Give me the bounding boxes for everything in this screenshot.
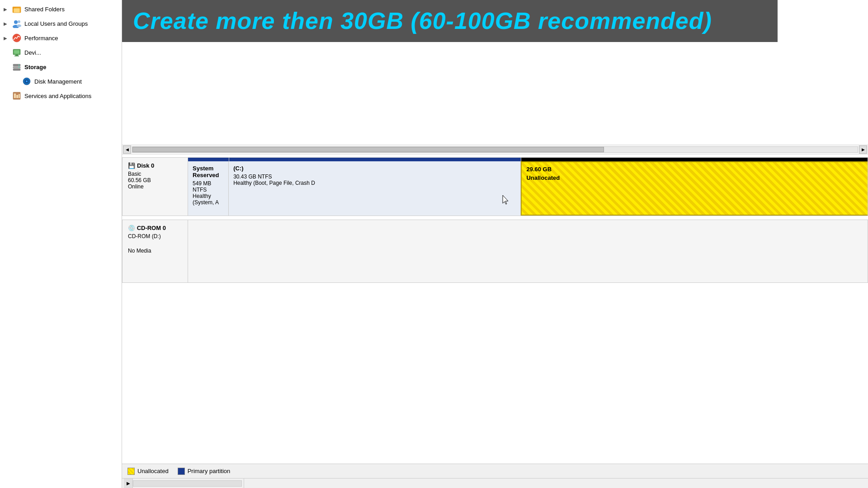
unallocated-partition[interactable]: 29.60 GB Unallocated	[521, 161, 868, 216]
sidebar-item-device-manager[interactable]: Devi...	[0, 45, 122, 60]
primary-partition-legend: Primary partition	[178, 468, 231, 475]
c-drive-fs: 30.43 GB NTFS	[233, 174, 516, 180]
disk0-bar-row	[188, 158, 868, 161]
cdrom0-icon: 💿	[128, 225, 135, 231]
storage-section-header[interactable]: Storage	[0, 60, 122, 74]
main-content: Create more then 30GB (60-100GB recommen…	[122, 0, 868, 488]
shared-folders-label: Shared Folders	[24, 6, 65, 13]
svg-rect-23	[19, 94, 20, 98]
disk0-icon: 💾	[128, 162, 135, 169]
sidebar: ▶ Shared Folders ▶ Local Users and Group…	[0, 0, 122, 488]
expand-arrow-performance: ▶	[4, 36, 11, 41]
system-reserved-status: Healthy (System, A	[193, 193, 224, 206]
svg-rect-22	[16, 95, 18, 98]
svg-point-6	[17, 24, 21, 27]
local-users-label: Local Users and Groups	[24, 20, 88, 27]
disk0-row: 💾 Disk 0 Basic 60.56 GB Online	[122, 157, 868, 216]
disk-management-label: Disk Management	[34, 78, 82, 85]
expand-arrow-users: ▶	[4, 21, 11, 26]
performance-label: Performance	[24, 35, 58, 42]
disk0-size: 60.56 GB	[128, 177, 182, 183]
system-reserved-name: System Reserved	[193, 165, 224, 178]
unallocated-label: Unallocated	[526, 174, 863, 181]
scroll-track[interactable]	[132, 146, 858, 153]
status-left: ▶	[122, 479, 244, 488]
sidebar-item-disk-management[interactable]: Disk Management	[0, 74, 122, 89]
overlay-banner: Create more then 30GB (60-100GB recommen…	[122, 0, 778, 42]
cdrom0-content	[188, 220, 868, 282]
horizontal-scrollbar[interactable]: ◀ ▶	[122, 145, 868, 155]
device-manager-label: Devi...	[24, 49, 41, 56]
disk0-name: 💾 Disk 0	[128, 162, 182, 169]
performance-icon	[12, 33, 22, 43]
c-drive-partition[interactable]: (C:) 30.43 GB NTFS Healthy (Boot, Page F…	[229, 161, 521, 216]
cdrom0-label: 💿 CD-ROM 0 CD-ROM (D:) No Media	[123, 220, 188, 282]
banner-text: Create more then 30GB (60-100GB recommen…	[133, 8, 767, 34]
scroll-left-button[interactable]: ◀	[123, 145, 131, 154]
status-bar: ▶	[122, 478, 868, 488]
svg-point-16	[19, 67, 19, 68]
disk0-details: System Reserved 549 MB NTFS Healthy (Sys…	[188, 161, 868, 216]
primary-legend-box	[178, 468, 185, 475]
disk0-label: 💾 Disk 0 Basic 60.56 GB Online	[123, 158, 188, 216]
unallocated-size: 29.60 GB	[526, 166, 863, 173]
svg-point-15	[19, 65, 19, 66]
services-icon	[12, 91, 22, 101]
cdrom0-row: 💿 CD-ROM 0 CD-ROM (D:) No Media	[122, 220, 868, 283]
local-users-icon	[12, 19, 22, 28]
disk0-status: Online	[128, 183, 182, 190]
svg-rect-21	[14, 94, 16, 98]
storage-icon	[12, 62, 22, 72]
unallocated-legend: Unallocated	[127, 468, 169, 475]
svg-rect-2	[14, 8, 20, 13]
unallocated-legend-box	[127, 468, 135, 475]
c-drive-name: (C:)	[233, 165, 516, 172]
sidebar-item-services[interactable]: Services and Applications	[0, 89, 122, 103]
disk-management-panel: ◀ ▶ 💾 Disk 0 Basic 60.56 GB Online	[122, 0, 868, 478]
scroll-thumb[interactable]	[132, 147, 604, 152]
scroll-right-button[interactable]: ▶	[859, 145, 867, 154]
cdrom0-type: CD-ROM (D:)	[128, 233, 182, 239]
storage-label: Storage	[24, 64, 46, 70]
device-manager-icon	[12, 47, 22, 57]
services-label: Services and Applications	[24, 93, 91, 99]
primary-legend-label: Primary partition	[188, 468, 231, 474]
system-reserved-bar	[188, 158, 229, 161]
unallocated-legend-label: Unallocated	[137, 468, 169, 474]
svg-rect-11	[14, 56, 19, 56]
svg-point-5	[18, 20, 20, 23]
svg-rect-9	[14, 50, 19, 54]
system-reserved-fs: 549 MB NTFS	[193, 180, 224, 193]
sidebar-item-shared-folders[interactable]: ▶ Shared Folders	[0, 2, 122, 16]
status-scroll-track[interactable]	[133, 480, 242, 487]
svg-point-3	[14, 20, 18, 24]
cdrom0-status: No Media	[128, 248, 182, 254]
disk-management-icon	[22, 76, 32, 86]
disk0-type: Basic	[128, 171, 182, 177]
sidebar-item-performance[interactable]: ▶ Performance	[0, 31, 122, 45]
sidebar-item-local-users[interactable]: ▶ Local Users and Groups	[0, 16, 122, 31]
disk-content-area: 💾 Disk 0 Basic 60.56 GB Online	[122, 155, 868, 478]
cdrom0-name: 💿 CD-ROM 0	[128, 225, 182, 231]
disk0-partitions: System Reserved 549 MB NTFS Healthy (Sys…	[188, 158, 868, 216]
svg-point-19	[26, 80, 28, 82]
svg-rect-14	[13, 69, 20, 70]
unallocated-bar	[521, 158, 868, 161]
expand-arrow: ▶	[4, 7, 11, 12]
status-left-scroll[interactable]: ▶	[124, 479, 133, 488]
system-reserved-partition[interactable]: System Reserved 549 MB NTFS Healthy (Sys…	[188, 161, 229, 216]
legend-bar: Unallocated Primary partition	[122, 464, 868, 478]
shared-folders-icon	[12, 4, 22, 14]
c-drive-status: Healthy (Boot, Page File, Crash D	[233, 180, 516, 186]
c-drive-bar	[229, 158, 521, 161]
